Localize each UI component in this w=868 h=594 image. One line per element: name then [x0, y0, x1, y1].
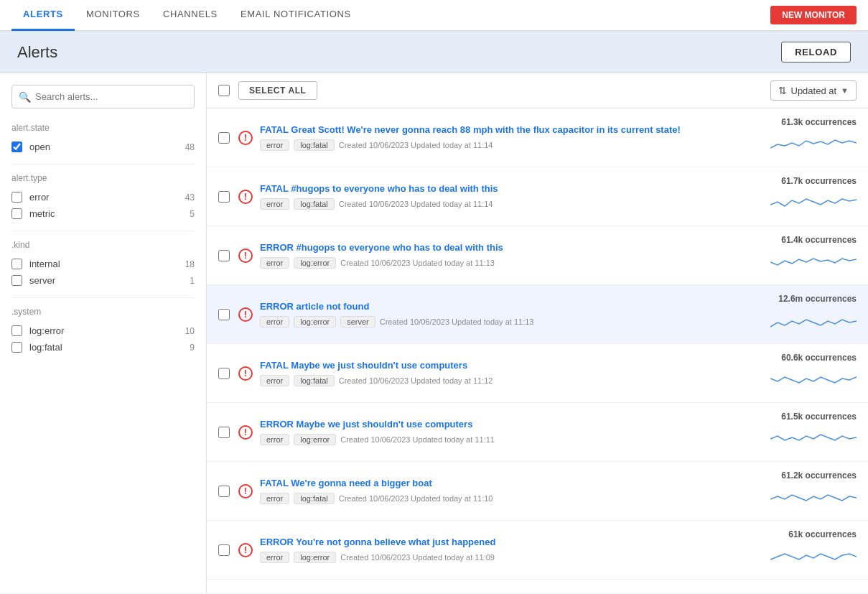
alert-tags-row: errorlog:fatal Created 10/06/2023 Update… — [260, 139, 745, 151]
filter-section-kind: .kind internal 18 server 1 — [0, 234, 206, 294]
filter-label-alert-type: alert.type — [11, 173, 195, 183]
filter-item-log-fatal[interactable]: log:fatal 9 — [11, 339, 195, 356]
alert-stats: 60.6k occurrences — [756, 353, 857, 394]
alert-tag: error — [260, 552, 289, 563]
alert-meta: Created 10/06/2023 Updated today at 11:1… — [340, 259, 495, 267]
filter-item-server[interactable]: server 1 — [11, 272, 195, 289]
sidebar: 🔍 alert.state open 48 alert.type error 4… — [0, 73, 207, 593]
filter-checkbox-log-error[interactable] — [11, 325, 22, 336]
alert-tag: log:fatal — [294, 375, 335, 386]
nav-item-alerts[interactable]: ALERTS — [11, 0, 75, 31]
alert-title: ERROR #hugops to everyone who has to dea… — [260, 242, 745, 253]
alert-tag: log:error — [294, 552, 336, 563]
alert-tag: log:error — [294, 434, 336, 445]
chevron-down-icon: ▼ — [841, 86, 849, 95]
filter-item-internal[interactable]: internal 18 — [11, 256, 195, 272]
alert-body: ERROR article not found errorlog:errorse… — [260, 301, 745, 328]
search-container: 🔍 — [11, 85, 195, 108]
filter-count-internal: 18 — [185, 259, 195, 269]
alert-title: ERROR Maybe we just shouldn't use comput… — [260, 419, 745, 430]
table-row[interactable]: ! FATAL #hugops to everyone who has to d… — [207, 167, 868, 226]
alert-title: FATAL We're gonna need a bigger boat — [260, 478, 745, 488]
filter-label-alert-state: alert.state — [11, 123, 195, 133]
alert-icon: ! — [238, 249, 253, 263]
select-all-checkbox[interactable] — [218, 85, 230, 96]
alert-stats: 61.4k occurrences — [756, 235, 857, 276]
filter-label-system: .system — [11, 307, 195, 317]
filter-item-open[interactable]: open 48 — [11, 139, 195, 155]
filter-section-system: .system log:error 10 log:fatal 9 — [0, 301, 206, 361]
alert-title: FATAL Maybe we just shouldn't use comput… — [260, 360, 745, 371]
error-circle-icon: ! — [238, 484, 253, 498]
nav-item-channels[interactable]: CHANNELS — [151, 0, 229, 31]
row-checkbox[interactable] — [218, 544, 230, 556]
error-circle-icon: ! — [238, 307, 253, 322]
filter-checkbox-log-fatal[interactable] — [11, 342, 22, 353]
table-row[interactable]: ! ERROR Maybe we just shouldn't use comp… — [207, 403, 868, 462]
table-row[interactable]: ! ERROR #hugops to everyone who has to d… — [207, 226, 868, 285]
alert-body: FATAL We're gonna need a bigger boat err… — [260, 478, 745, 504]
alert-icon: ! — [238, 131, 253, 145]
alert-body: ERROR You're not gonna believe what just… — [260, 537, 745, 563]
alert-body: FATAL #hugops to everyone who has to dea… — [260, 183, 745, 210]
filter-checkbox-server[interactable] — [11, 275, 22, 286]
filter-count-metric: 5 — [190, 209, 195, 219]
alert-tags-row: errorlog:errorserver Created 10/06/2023 … — [260, 316, 745, 328]
row-checkbox[interactable] — [218, 368, 230, 379]
table-row[interactable]: ! FATAL Great Scott! We're never gonna r… — [207, 108, 868, 167]
filter-section-alert-type: alert.type error 43 metric 5 — [0, 167, 206, 228]
alert-stats: 61.5k occurrences — [756, 412, 857, 453]
row-checkbox[interactable] — [218, 132, 230, 144]
alert-icon: ! — [238, 366, 253, 381]
filter-checkbox-error[interactable] — [11, 192, 22, 203]
filter-item-log-error[interactable]: log:error 10 — [11, 322, 195, 339]
filter-divider-3 — [11, 297, 195, 298]
alert-tag: log:error — [294, 257, 336, 269]
filter-count-error: 43 — [185, 192, 195, 203]
error-circle-icon: ! — [238, 190, 253, 204]
table-row[interactable]: ! FATAL We're gonna need a bigger boat e… — [207, 462, 868, 521]
alert-title: ERROR article not found — [260, 301, 745, 312]
row-checkbox[interactable] — [218, 191, 230, 203]
filter-item-error[interactable]: error 43 — [11, 189, 195, 205]
sparkline — [770, 130, 857, 156]
nav-item-monitors[interactable]: MONITORS — [75, 0, 151, 31]
alert-tag: error — [260, 139, 289, 151]
table-row[interactable]: ! ERROR article not found errorlog:error… — [207, 285, 868, 344]
alert-tags-row: errorlog:fatal Created 10/06/2023 Update… — [260, 198, 745, 210]
filter-item-label-internal: internal — [29, 259, 185, 269]
row-checkbox[interactable] — [218, 427, 230, 438]
occurrence-count: 61.5k occurrences — [756, 412, 857, 422]
filter-section-alert-state: alert.state open 48 — [0, 120, 206, 161]
filter-item-label-log-error: log:error — [29, 325, 185, 336]
filter-item-metric[interactable]: metric 5 — [11, 205, 195, 222]
alert-tag: log:fatal — [294, 139, 335, 151]
table-row[interactable]: ! ERROR You're not gonna believe what ju… — [207, 521, 868, 580]
table-row[interactable]: ! FATAL Maybe we just shouldn't use comp… — [207, 344, 868, 403]
new-monitor-button[interactable]: NEW MONITOR — [770, 6, 857, 24]
alert-body: FATAL Maybe we just shouldn't use comput… — [260, 360, 745, 386]
content-toolbar: SELECT ALL ⇅ Updated at ▼ — [207, 73, 868, 108]
alert-tag: log:fatal — [294, 493, 335, 504]
alert-tag: server — [340, 316, 375, 328]
sparkline — [770, 189, 857, 215]
sparkline — [770, 366, 857, 391]
row-checkbox[interactable] — [218, 309, 230, 320]
alert-stats: 61k occurrences — [756, 529, 857, 570]
nav-item-email-notifications[interactable]: EMAIL NOTIFICATIONS — [229, 0, 363, 31]
row-checkbox[interactable] — [218, 486, 230, 497]
error-circle-icon: ! — [238, 131, 253, 145]
filter-count-server: 1 — [190, 276, 195, 286]
filter-checkbox-open[interactable] — [11, 141, 22, 152]
filter-checkbox-metric[interactable] — [11, 208, 22, 219]
reload-button[interactable]: RELOAD — [781, 42, 851, 62]
select-all-button[interactable]: SELECT ALL — [238, 81, 317, 100]
alert-stats: 61.2k occurrences — [756, 470, 857, 511]
sort-control[interactable]: ⇅ Updated at ▼ — [770, 80, 857, 101]
alert-body: ERROR #hugops to everyone who has to dea… — [260, 242, 745, 269]
row-checkbox[interactable] — [218, 250, 230, 261]
alert-title: FATAL #hugops to everyone who has to dea… — [260, 183, 745, 194]
search-input[interactable] — [11, 85, 195, 108]
filter-item-label-log-fatal: log:fatal — [29, 342, 190, 353]
filter-checkbox-internal[interactable] — [11, 259, 22, 269]
